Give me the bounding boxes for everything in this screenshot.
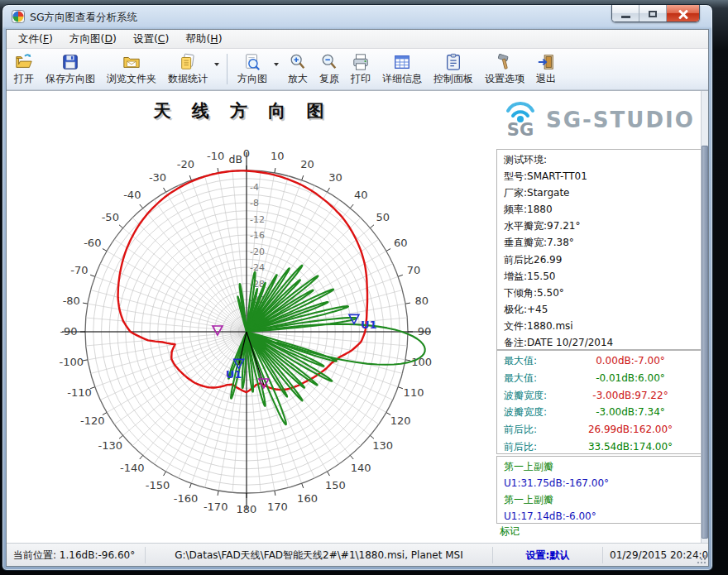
- measure-row: 波瓣宽度:-3.00dB:97.22°: [504, 387, 701, 405]
- details-button[interactable]: 详细信息: [376, 50, 428, 88]
- close-icon: [678, 9, 688, 19]
- client-area: 天 线 方 向 图 -170-160-150-140-130-120-110-1…: [7, 90, 708, 543]
- pattern-view-dropdown[interactable]: [273, 50, 282, 88]
- svg-text:40: 40: [354, 189, 368, 201]
- open-folder-icon: [15, 53, 33, 71]
- svg-text:100: 100: [411, 356, 432, 368]
- options-button[interactable]: 设置选项: [479, 50, 530, 88]
- measure-row: 前后比:26.99dB:162.00°: [504, 421, 701, 438]
- menu-file[interactable]: 文件(F): [10, 30, 61, 49]
- data-statistics-button[interactable]: 数据统计: [162, 50, 213, 88]
- logo-text: SG-STUDIO: [546, 108, 695, 132]
- svg-text:U1: U1: [361, 319, 377, 331]
- logo: SG SG-STUDIO: [501, 96, 705, 144]
- info-row: 频率:1880: [504, 201, 701, 218]
- print-button[interactable]: 打印: [345, 50, 376, 88]
- svg-text:-20: -20: [177, 158, 194, 170]
- control-panel-button[interactable]: 控制面板: [428, 50, 479, 88]
- restore-view-button[interactable]: 复原: [314, 50, 345, 88]
- chevron-down-icon: [213, 55, 220, 72]
- hammer-icon: [496, 53, 514, 71]
- svg-text:0: 0: [243, 147, 250, 160]
- menu-pattern[interactable]: 方向图(D): [61, 30, 125, 49]
- details-table-icon: [393, 53, 411, 71]
- chevron-down-icon: [273, 55, 280, 72]
- app-window: SG方向图查看分析系统 文件(F) 方向图(D) 设置(C) 帮助(H) 打开: [2, 4, 713, 571]
- svg-text:-160: -160: [174, 492, 199, 505]
- info-row: 文件:1880.msi: [504, 318, 701, 334]
- svg-text:dB: dB: [228, 153, 242, 165]
- svg-text:60: 60: [394, 237, 408, 249]
- status-datetime: 01/29/2015 20:24:00: [603, 547, 708, 563]
- sidelobe-title: 第一上副瓣: [504, 458, 701, 475]
- info-row: 极化:+45: [504, 301, 701, 318]
- svg-text:90: 90: [418, 325, 432, 338]
- vertical-scrollbar[interactable]: [701, 91, 708, 543]
- browse-folder-button[interactable]: 浏览文件夹: [101, 50, 162, 88]
- svg-text:-150: -150: [146, 479, 170, 491]
- svg-text:80: 80: [414, 295, 429, 307]
- pattern-view-button[interactable]: 方向图: [232, 50, 273, 88]
- svg-text:70: 70: [407, 264, 421, 276]
- app-body: 文件(F) 方向图(D) 设置(C) 帮助(H) 打开 保存方向图 浏览文件夹: [6, 29, 709, 567]
- window-title: SG方向图查看分析系统: [30, 11, 137, 25]
- titlebar[interactable]: SG方向图查看分析系统: [2, 5, 712, 29]
- statusbar: 当前位置: 1.16dB:-96.60° G:\Datas\FAD天线\FAD智…: [7, 543, 708, 566]
- zoom-in-button[interactable]: 放大: [282, 50, 314, 88]
- svg-text:-16: -16: [250, 230, 265, 241]
- svg-text:-70: -70: [70, 264, 88, 276]
- info-row: 备注:DATE 10/27/2014: [504, 334, 701, 351]
- menu-settings[interactable]: 设置(C): [125, 30, 178, 49]
- svg-text:150: 150: [325, 479, 346, 491]
- toolbar: 打开 保存方向图 浏览文件夹 数据统计: [7, 49, 708, 90]
- svg-text:-10: -10: [207, 150, 224, 162]
- window-controls: [611, 5, 700, 22]
- svg-text:-12: -12: [250, 214, 265, 225]
- toolbar-separator: [227, 54, 228, 84]
- printer-icon: [352, 53, 370, 71]
- scrollbar-thumb[interactable]: [702, 146, 708, 539]
- exit-button[interactable]: 退出: [530, 50, 562, 88]
- pattern-doc-icon: [243, 53, 261, 71]
- info-row: 垂直瓣宽:7.38°: [504, 234, 701, 251]
- svg-text:-170: -170: [204, 501, 228, 513]
- svg-text:160: 160: [297, 492, 318, 505]
- measurements-panel: 最大值:0.00dB:-7.00° 最大值:-0.01dB:6.00° 波瓣宽度…: [496, 350, 702, 454]
- maximize-button[interactable]: [639, 5, 667, 22]
- info-row: 测试环境:: [504, 151, 701, 168]
- status-position: 当前位置: 1.16dB:-96.60°: [7, 547, 146, 563]
- info-row: 前后比26.99: [504, 252, 701, 268]
- menu-help[interactable]: 帮助(H): [177, 30, 230, 49]
- svg-text:-40: -40: [123, 189, 141, 201]
- sidelobe-title: 第一上副瓣: [504, 491, 701, 508]
- menubar: 文件(F) 方向图(D) 设置(C) 帮助(H): [7, 30, 708, 49]
- sidelobe-value: U1:31.75dB:-167.00°: [504, 475, 701, 491]
- measure-row: 前后比:33.54dB:174.00°: [504, 438, 701, 456]
- svg-text:180: 180: [237, 503, 257, 515]
- data-statistics-dropdown[interactable]: [213, 50, 223, 88]
- info-row: 下倾角:5.50°: [504, 285, 701, 301]
- svg-text:-100: -100: [60, 356, 84, 368]
- mark-label: 标记: [500, 525, 520, 539]
- svg-text:-20: -20: [250, 247, 265, 257]
- polar-pattern-chart[interactable]: -170-160-150-140-130-120-110-100-90-80-7…: [7, 91, 493, 543]
- save-pattern-button[interactable]: 保存方向图: [40, 50, 101, 88]
- info-row: 厂家:Stargate: [504, 184, 701, 201]
- svg-text:140: 140: [351, 462, 371, 474]
- svg-text:30: 30: [328, 171, 342, 184]
- minimize-button[interactable]: [612, 5, 639, 22]
- test-info-panel: 测试环境: 型号:SMART-TT01 厂家:Stargate 频率:1880 …: [496, 149, 702, 350]
- status-file-path: G:\Datas\FAD天线\FAD智能天线2#\#1\1880.msi, Pl…: [146, 547, 493, 563]
- open-button[interactable]: 打开: [8, 50, 40, 88]
- status-settings[interactable]: 设置:默认: [493, 547, 603, 563]
- svg-text:-80: -80: [63, 295, 80, 307]
- minimize-icon: [621, 16, 630, 18]
- maximize-icon: [649, 11, 657, 17]
- zoom-in-icon: [289, 53, 307, 71]
- exit-door-icon: [537, 53, 555, 71]
- info-row: 型号:SMART-TT01: [504, 168, 701, 184]
- data-statistics-icon: [179, 53, 197, 71]
- close-button[interactable]: [667, 5, 699, 22]
- resize-grip[interactable]: [696, 553, 706, 564]
- svg-text:-30: -30: [149, 171, 166, 184]
